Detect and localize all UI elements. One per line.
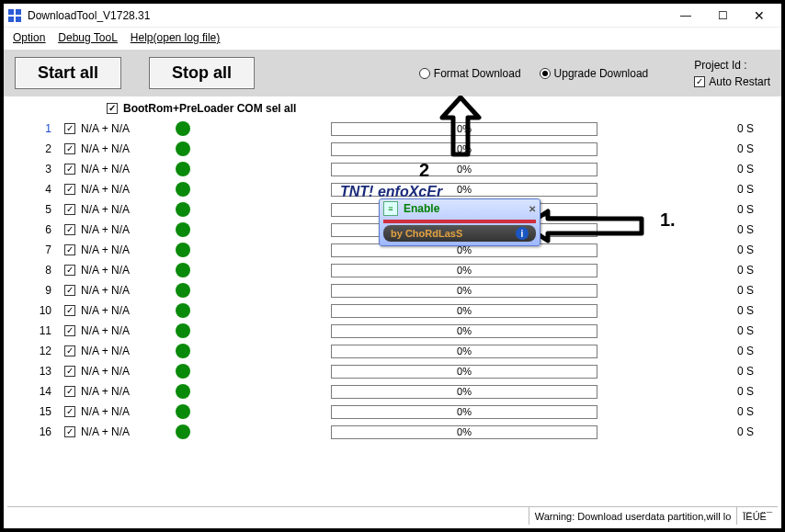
checkbox-icon [107, 103, 118, 114]
row-time: 0 S [708, 284, 763, 297]
minimize-button[interactable]: — [667, 5, 704, 27]
device-row: 11N/A + N/A0%0 S [22, 321, 763, 341]
row-device: N/A + N/A [81, 385, 154, 398]
row-device: N/A + N/A [81, 142, 154, 155]
toolbar: Start all Stop all Format Download Upgra… [4, 50, 781, 96]
row-number: 7 [22, 243, 59, 256]
row-time: 0 S [708, 264, 763, 277]
row-device: N/A + N/A [81, 284, 154, 297]
row-time: 0 S [708, 385, 763, 398]
row-checkbox[interactable] [64, 184, 75, 195]
row-progressbar: 0% [331, 122, 597, 136]
device-row: 9N/A + N/A0%0 S [22, 280, 763, 300]
row-checkbox[interactable] [64, 366, 75, 377]
row-progressbar: 0% [331, 163, 597, 176]
project-id-label: Project Id : [694, 59, 770, 72]
row-number: 10 [22, 304, 59, 317]
device-row: 3N/A + N/A0%0 S [22, 159, 763, 179]
popup-close-button[interactable]: ✕ [529, 204, 536, 214]
row-device: N/A + N/A [81, 163, 154, 175]
row-number: 13 [22, 365, 59, 378]
row-time: 0 S [708, 304, 763, 317]
row-number: 12 [22, 345, 59, 357]
device-row: 10N/A + N/A0%0 S [22, 300, 763, 321]
row-status-dot [160, 283, 206, 298]
row-device: N/A + N/A [81, 405, 154, 418]
statusbar: Warning: Download userdata partition,wil… [7, 506, 778, 525]
maximize-button[interactable]: ☐ [704, 5, 741, 27]
row-status-dot [160, 263, 206, 277]
info-icon[interactable]: i [516, 227, 529, 240]
row-progressbar: 0% [331, 385, 597, 399]
row-device: N/A + N/A [81, 425, 154, 438]
titlebar: DownloadTool_V1728.31 — ☐ ✕ [4, 4, 781, 28]
annotation-step2: 2 [419, 160, 429, 181]
app-icon [7, 8, 22, 23]
row-checkbox[interactable] [64, 345, 75, 357]
device-row: 14N/A + N/A0%0 S [22, 381, 763, 402]
row-checkbox[interactable] [64, 305, 75, 316]
start-all-button[interactable]: Start all [15, 57, 121, 89]
svg-rect-2 [8, 17, 14, 22]
radio-icon [419, 68, 430, 79]
row-checkbox[interactable] [64, 204, 75, 215]
popup-author: by ChoRdLasS i [383, 225, 536, 242]
row-time: 0 S [708, 405, 763, 418]
close-button[interactable]: ✕ [741, 5, 778, 27]
popup-enable-button[interactable]: Enable [404, 202, 439, 215]
row-status-dot [160, 404, 206, 419]
row-status-dot [160, 222, 206, 237]
row-device: N/A + N/A [81, 223, 154, 236]
row-progressbar: 0% [331, 324, 597, 338]
row-status-dot [160, 384, 206, 399]
status-tail: ÏËÚË¯ [736, 507, 778, 525]
row-time: 0 S [708, 142, 763, 155]
row-checkbox[interactable] [64, 406, 75, 417]
row-checkbox[interactable] [64, 244, 75, 255]
row-number: 11 [22, 324, 59, 337]
format-download-radio[interactable]: Format Download [419, 67, 521, 80]
menu-debug[interactable]: Debug TooL [58, 31, 118, 44]
row-progressbar: 0% [331, 345, 597, 358]
row-number: 3 [22, 163, 59, 175]
annotation-step1: 1. [660, 209, 676, 231]
row-device: N/A + N/A [81, 365, 154, 378]
row-checkbox[interactable] [64, 285, 75, 296]
svg-rect-3 [16, 17, 21, 22]
device-row: 15N/A + N/A0%0 S [22, 402, 763, 422]
row-checkbox[interactable] [64, 325, 75, 336]
upgrade-download-radio[interactable]: Upgrade Download [540, 67, 649, 80]
stop-all-button[interactable]: Stop all [149, 57, 255, 89]
row-time: 0 S [708, 223, 763, 236]
window-title: DownloadTool_V1728.31 [28, 9, 150, 22]
row-checkbox[interactable] [64, 123, 75, 134]
checkbox-icon [694, 76, 705, 87]
row-checkbox[interactable] [64, 386, 75, 397]
row-time: 0 S [708, 122, 763, 135]
auto-restart-label: Auto Restart [709, 75, 770, 88]
row-time: 0 S [708, 425, 763, 438]
row-checkbox[interactable] [64, 164, 75, 175]
row-status-dot [160, 202, 206, 217]
row-checkbox[interactable] [64, 265, 75, 276]
enable-popup: ≡ Enable ✕ by ChoRdLasS i [379, 198, 540, 246]
row-time: 0 S [708, 203, 763, 216]
device-row: 12N/A + N/A0%0 S [22, 341, 763, 361]
auto-restart-checkbox[interactable]: Auto Restart [694, 75, 770, 88]
device-list: BootRom+PreLoader COM sel all 1N/A + N/A… [4, 96, 781, 442]
row-checkbox[interactable] [64, 426, 75, 437]
project-panel: Project Id : Auto Restart [694, 59, 770, 88]
row-checkbox[interactable] [64, 143, 75, 154]
svg-rect-0 [8, 9, 14, 15]
menu-option[interactable]: Option [13, 31, 45, 44]
row-time: 0 S [708, 243, 763, 256]
row-number: 9 [22, 284, 59, 297]
menu-help[interactable]: Help(open log file) [131, 31, 220, 44]
device-row: 13N/A + N/A0%0 S [22, 361, 763, 381]
row-device: N/A + N/A [81, 264, 154, 277]
row-progressbar: 0% [331, 142, 597, 156]
row-status-dot [160, 141, 206, 156]
row-checkbox[interactable] [64, 224, 75, 235]
select-all-row[interactable]: BootRom+PreLoader COM sel all [107, 102, 763, 115]
status-warning: Warning: Download userdata partition,wil… [529, 507, 737, 525]
